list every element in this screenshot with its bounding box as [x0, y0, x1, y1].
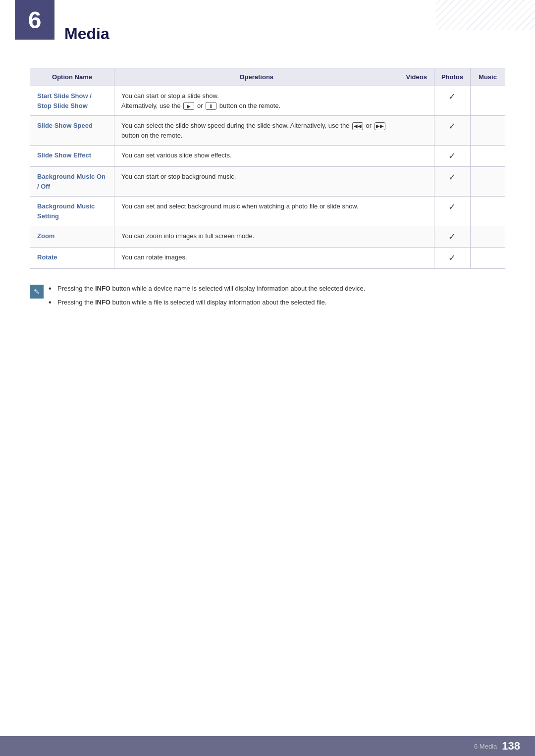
checkmark-photos: ✓ [448, 232, 456, 242]
operation-cell: You can set various slide show effects. [114, 146, 399, 167]
note-icon [30, 285, 44, 299]
operation-cell: You can rotate images. [114, 248, 399, 269]
operation-cell: You can start or stop background music. [114, 167, 399, 197]
photos-check-cell: ✓ [434, 167, 470, 197]
music-check-cell [471, 167, 505, 197]
main-content: Option Name Operations Videos Photos Mus… [0, 68, 535, 311]
notes-section: Pressing the INFO button while a device … [30, 284, 505, 311]
photos-check-cell: ✓ [434, 248, 470, 269]
option-name-cell: Rotate [30, 248, 114, 269]
checkmark-photos: ✓ [448, 151, 456, 161]
operation-cell: You can start or stop a slide show.Alter… [114, 86, 399, 116]
music-check-cell [471, 248, 505, 269]
table-header-row: Option Name Operations Videos Photos Mus… [30, 68, 505, 86]
music-check-cell [471, 116, 505, 146]
photos-check-cell: ✓ [434, 116, 470, 146]
videos-check-cell [399, 116, 434, 146]
checkmark-photos: ✓ [448, 121, 456, 131]
table-row: Start Slide Show / Stop Slide ShowYou ca… [30, 86, 505, 116]
table-row: Slide Show EffectYou can set various sli… [30, 146, 505, 167]
col-videos: Videos [399, 68, 434, 86]
videos-check-cell [399, 86, 434, 116]
checkmark-photos: ✓ [448, 202, 456, 212]
option-name-cell: Slide Show Speed [30, 116, 114, 146]
photos-check-cell: ✓ [434, 226, 470, 248]
music-check-cell [471, 146, 505, 167]
col-option-name: Option Name [30, 68, 114, 86]
table-row: RotateYou can rotate images.✓ [30, 248, 505, 269]
page-header: 6 Media [0, 0, 535, 53]
videos-check-cell [399, 248, 434, 269]
operation-cell: You can zoom into images in full screen … [114, 226, 399, 248]
corner-decoration [436, 0, 535, 30]
operation-cell: You can set and select background music … [114, 197, 399, 226]
note-item-1: Pressing the INFO button while a device … [49, 284, 365, 294]
photos-check-cell: ✓ [434, 86, 470, 116]
checkmark-photos: ✓ [448, 172, 456, 182]
col-photos: Photos [434, 68, 470, 86]
videos-check-cell [399, 197, 434, 226]
note-item-2: Pressing the INFO button while a file is… [49, 298, 365, 307]
option-name-cell: Background Music Setting [30, 197, 114, 226]
option-name-cell: Slide Show Effect [30, 146, 114, 167]
music-check-cell [471, 226, 505, 248]
option-name-cell: Zoom [30, 226, 114, 248]
videos-check-cell [399, 167, 434, 197]
operation-cell: You can select the slide show speed duri… [114, 116, 399, 146]
footer-page-number: 138 [502, 740, 520, 753]
notes-list: Pressing the INFO button while a device … [49, 284, 365, 311]
photos-check-cell: ✓ [434, 197, 470, 226]
options-table: Option Name Operations Videos Photos Mus… [30, 68, 505, 269]
table-row: Slide Show SpeedYou can select the slide… [30, 116, 505, 146]
col-music: Music [471, 68, 505, 86]
music-check-cell [471, 86, 505, 116]
chapter-number: 6 [28, 6, 42, 34]
checkmark-photos: ✓ [448, 92, 456, 101]
col-operations: Operations [114, 68, 399, 86]
music-check-cell [471, 197, 505, 226]
checkmark-photos: ✓ [448, 253, 456, 263]
page-footer: 6 Media 138 [0, 736, 535, 756]
option-name-cell: Background Music On / Off [30, 167, 114, 197]
table-row: Background Music On / OffYou can start o… [30, 167, 505, 197]
table-row: Background Music SettingYou can set and … [30, 197, 505, 226]
videos-check-cell [399, 226, 434, 248]
photos-check-cell: ✓ [434, 146, 470, 167]
option-name-cell: Start Slide Show / Stop Slide Show [30, 86, 114, 116]
footer-section-label: 6 Media [474, 743, 497, 750]
chapter-badge: 6 [15, 0, 54, 40]
videos-check-cell [399, 146, 434, 167]
table-row: ZoomYou can zoom into images in full scr… [30, 226, 505, 248]
